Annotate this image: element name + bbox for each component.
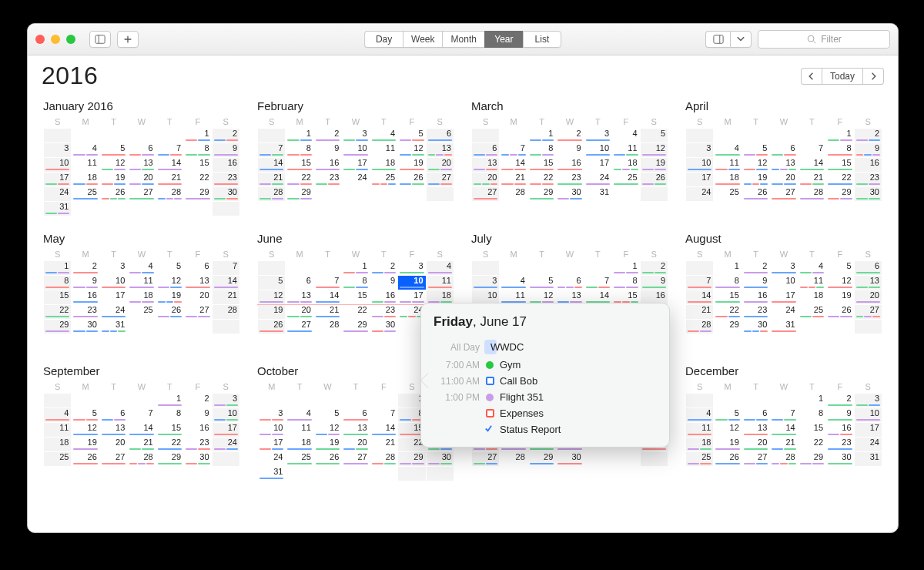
day-cell[interactable] xyxy=(742,129,769,143)
day-cell[interactable]: 13 xyxy=(472,158,500,173)
day-cell[interactable]: 2 xyxy=(826,394,854,408)
day-cell[interactable]: 18 xyxy=(128,290,156,305)
day-cell[interactable]: 14 xyxy=(686,290,714,305)
day-cell[interactable]: 3 xyxy=(258,408,286,423)
day-cell[interactable]: 6 xyxy=(472,143,500,158)
day-cell[interactable]: 2 xyxy=(72,261,99,276)
day-cell[interactable]: 11 xyxy=(72,158,99,173)
day-cell[interactable] xyxy=(212,320,239,334)
month-grid[interactable]: SMTWTFS123456789101112131415161718192021… xyxy=(43,248,240,334)
day-cell[interactable]: 6 xyxy=(286,276,313,290)
day-cell[interactable]: 25 xyxy=(72,187,99,202)
day-cell[interactable]: 25 xyxy=(686,452,714,467)
zoom-window-button[interactable] xyxy=(66,35,75,44)
day-cell[interactable]: 10 xyxy=(44,158,72,173)
day-cell[interactable]: 25 xyxy=(128,305,156,320)
day-cell[interactable]: 22 xyxy=(826,173,854,187)
day-cell[interactable]: 21 xyxy=(212,290,239,305)
day-cell[interactable]: 9 xyxy=(212,143,239,158)
day-cell[interactable] xyxy=(612,452,640,467)
day-cell[interactable]: 1 xyxy=(156,394,183,408)
day-cell[interactable] xyxy=(686,261,714,276)
day-cell[interactable]: 18 xyxy=(714,173,742,187)
day-cell[interactable]: 25 xyxy=(612,173,640,187)
day-cell[interactable]: 15 xyxy=(342,290,370,305)
day-cell[interactable] xyxy=(128,129,156,143)
day-cell[interactable]: 14 xyxy=(212,276,239,290)
view-month-button[interactable]: Month xyxy=(443,31,484,48)
day-cell[interactable] xyxy=(156,320,183,334)
day-cell[interactable]: 5 xyxy=(640,129,668,143)
day-cell[interactable]: 8 xyxy=(342,276,370,290)
prev-button[interactable] xyxy=(801,68,822,85)
day-cell[interactable]: 29 xyxy=(342,320,370,334)
day-cell[interactable]: 23 xyxy=(72,305,99,320)
day-cell[interactable]: 26 xyxy=(313,452,341,467)
day-cell[interactable]: 30 xyxy=(72,320,99,334)
day-cell[interactable] xyxy=(370,187,397,202)
day-cell[interactable]: 25 xyxy=(798,305,825,320)
next-button[interactable] xyxy=(863,68,884,85)
day-cell[interactable]: 11 xyxy=(612,143,640,158)
day-cell[interactable]: 10 xyxy=(398,276,426,290)
day-cell[interactable]: 28 xyxy=(128,452,156,467)
day-cell[interactable]: 30 xyxy=(370,320,397,334)
day-cell[interactable]: 11 xyxy=(426,276,454,290)
day-cell[interactable] xyxy=(99,129,127,143)
day-cell[interactable]: 30 xyxy=(556,452,584,467)
view-year-button[interactable]: Year xyxy=(484,31,523,48)
event-row[interactable]: 11:00 AMCall Bob xyxy=(434,373,657,389)
day-cell[interactable]: 26 xyxy=(258,320,286,334)
day-cell[interactable]: 2 xyxy=(640,261,668,276)
day-cell[interactable]: 6 xyxy=(342,408,370,423)
day-cell[interactable]: 12 xyxy=(640,143,668,158)
day-cell[interactable]: 29 xyxy=(44,320,72,334)
day-cell[interactable]: 23 xyxy=(826,438,854,452)
day-cell[interactable] xyxy=(342,187,370,202)
day-cell[interactable]: 15 xyxy=(286,158,313,173)
sidebar-toggle-button[interactable] xyxy=(89,31,111,48)
day-cell[interactable]: 7 xyxy=(584,276,611,290)
day-cell[interactable]: 17 xyxy=(398,290,426,305)
day-cell[interactable]: 27 xyxy=(472,452,500,467)
day-cell[interactable]: 7 xyxy=(156,143,183,158)
day-cell[interactable]: 29 xyxy=(398,452,426,467)
day-cell[interactable] xyxy=(798,320,825,334)
day-cell[interactable]: 3 xyxy=(854,394,882,408)
day-cell[interactable]: 7 xyxy=(500,143,527,158)
day-cell[interactable]: 31 xyxy=(44,202,72,216)
month-grid[interactable]: SMTWTFS123456789101112131415161718192021… xyxy=(257,116,454,202)
day-cell[interactable]: 4 xyxy=(714,143,742,158)
day-cell[interactable] xyxy=(370,394,397,408)
day-cell[interactable]: 20 xyxy=(472,173,500,187)
day-cell[interactable]: 19 xyxy=(72,438,99,452)
day-cell[interactable]: 7 xyxy=(212,261,239,276)
day-cell[interactable]: 6 xyxy=(426,129,454,143)
day-cell[interactable]: 10 xyxy=(686,158,714,173)
day-cell[interactable]: 3 xyxy=(770,261,798,276)
day-cell[interactable]: 27 xyxy=(286,320,313,334)
day-cell[interactable] xyxy=(500,261,527,276)
day-cell[interactable]: 1 xyxy=(342,261,370,276)
day-cell[interactable]: 22 xyxy=(714,305,742,320)
day-cell[interactable]: 3 xyxy=(398,261,426,276)
day-cell[interactable]: 27 xyxy=(184,305,212,320)
day-cell[interactable]: 12 xyxy=(398,143,426,158)
day-cell[interactable]: 27 xyxy=(742,452,769,467)
day-cell[interactable]: 5 xyxy=(72,408,99,423)
day-cell[interactable]: 3 xyxy=(212,394,239,408)
day-cell[interactable]: 23 xyxy=(370,305,397,320)
day-cell[interactable]: 23 xyxy=(212,173,239,187)
search-field[interactable]: Filter xyxy=(758,30,890,49)
close-window-button[interactable] xyxy=(35,35,45,44)
day-cell[interactable]: 17 xyxy=(854,423,882,438)
day-cell[interactable] xyxy=(370,467,397,481)
day-cell[interactable]: 2 xyxy=(854,129,882,143)
day-cell[interactable]: 15 xyxy=(156,423,183,438)
day-cell[interactable]: 16 xyxy=(313,158,341,173)
view-day-button[interactable]: Day xyxy=(364,31,403,48)
day-cell[interactable]: 24 xyxy=(686,187,714,202)
day-cell[interactable]: 7 xyxy=(370,408,397,423)
day-cell[interactable]: 21 xyxy=(500,173,527,187)
day-cell[interactable]: 29 xyxy=(286,187,313,202)
